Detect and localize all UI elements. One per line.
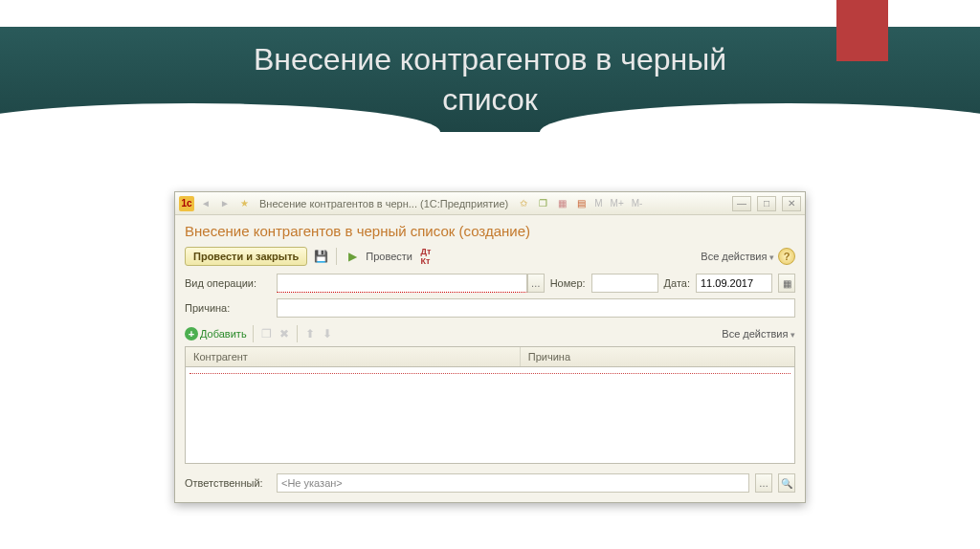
new-row-marker: [189, 373, 791, 374]
grid-body[interactable]: [186, 367, 794, 463]
apply-label[interactable]: Провести: [366, 251, 412, 262]
app-logo-icon: 1c: [179, 196, 194, 211]
responsible-value: <Не указан>: [281, 477, 343, 489]
data-grid: Контрагент Причина: [185, 346, 795, 464]
date-label: Дата:: [664, 277, 690, 289]
grid-all-actions-dropdown[interactable]: Все действия: [722, 328, 795, 340]
number-input[interactable]: [591, 274, 658, 293]
operation-type-label: Вид операции:: [185, 277, 271, 289]
col-reason[interactable]: Причина: [521, 347, 794, 366]
move-down-icon[interactable]: ⬇: [321, 327, 334, 340]
dtkt-icon[interactable]: ДтКт: [416, 247, 435, 266]
m-plus-button[interactable]: M+: [609, 198, 626, 209]
calendar-icon[interactable]: ▤: [573, 196, 589, 211]
move-up-icon[interactable]: ⬆: [303, 327, 317, 340]
reason-input[interactable]: [277, 298, 795, 318]
bookmark-icon[interactable]: ✩: [516, 196, 531, 211]
window-title: Внесение контрагентов в черн... (1С:Пред…: [259, 198, 508, 209]
separator: [253, 325, 254, 342]
slide-banner: Внесение контрагентов в черный список: [0, 27, 980, 132]
reason-label: Причина:: [185, 302, 271, 314]
grid-icon[interactable]: ▦: [554, 196, 569, 211]
col-counterparty[interactable]: Контрагент: [186, 347, 521, 366]
plus-icon: +: [185, 327, 198, 340]
separator: [297, 325, 298, 342]
grid-header: Контрагент Причина: [186, 347, 794, 367]
all-actions-dropdown[interactable]: Все действия: [701, 251, 774, 262]
grid-toolbar: + Добавить ❐ ✖ ⬆ ⬇ Все действия: [185, 325, 795, 342]
responsible-label: Ответственный:: [185, 477, 271, 489]
nav-back-icon[interactable]: ◄: [198, 196, 213, 211]
m-button[interactable]: M: [592, 198, 604, 209]
slide-title: Внесение контрагентов в черный список: [0, 27, 980, 120]
operation-type-input[interactable]: [277, 274, 527, 293]
main-toolbar: Провести и закрыть 💾 ▶ Провести ДтКт Все…: [185, 247, 795, 266]
close-button[interactable]: ✕: [782, 196, 801, 211]
responsible-input[interactable]: <Не указан>: [277, 473, 749, 493]
titlebar: 1c ◄ ► ★ Внесение контрагентов в черн...…: [175, 192, 805, 215]
form-title: Внесение контрагентов в черный список (с…: [185, 223, 795, 239]
maximize-button[interactable]: □: [757, 196, 776, 211]
nav-fwd-icon[interactable]: ►: [217, 196, 233, 211]
apply-icon[interactable]: ▶: [343, 247, 362, 266]
attach-icon[interactable]: ❐: [535, 196, 550, 211]
responsible-lookup-button[interactable]: …: [755, 473, 772, 493]
responsible-search-button[interactable]: 🔍: [778, 473, 795, 493]
save-icon[interactable]: 💾: [311, 247, 330, 266]
submit-close-button[interactable]: Провести и закрыть: [185, 247, 307, 266]
number-label: Номер:: [550, 277, 586, 289]
date-picker-button[interactable]: ▦: [778, 274, 795, 293]
operation-lookup-button[interactable]: …: [527, 274, 545, 293]
add-label: Добавить: [200, 328, 247, 340]
accent-tab: [836, 0, 888, 61]
favorite-icon[interactable]: ★: [236, 196, 252, 211]
add-row-button[interactable]: + Добавить: [185, 327, 247, 340]
delete-icon[interactable]: ✖: [278, 327, 291, 340]
date-input[interactable]: [696, 274, 772, 293]
minimize-button[interactable]: —: [732, 196, 751, 211]
m-minus-button[interactable]: M-: [630, 198, 645, 209]
separator: [336, 248, 337, 265]
copy-icon[interactable]: ❐: [259, 327, 274, 340]
app-window: 1c ◄ ► ★ Внесение контрагентов в черн...…: [174, 191, 806, 503]
help-icon[interactable]: ?: [778, 248, 795, 265]
